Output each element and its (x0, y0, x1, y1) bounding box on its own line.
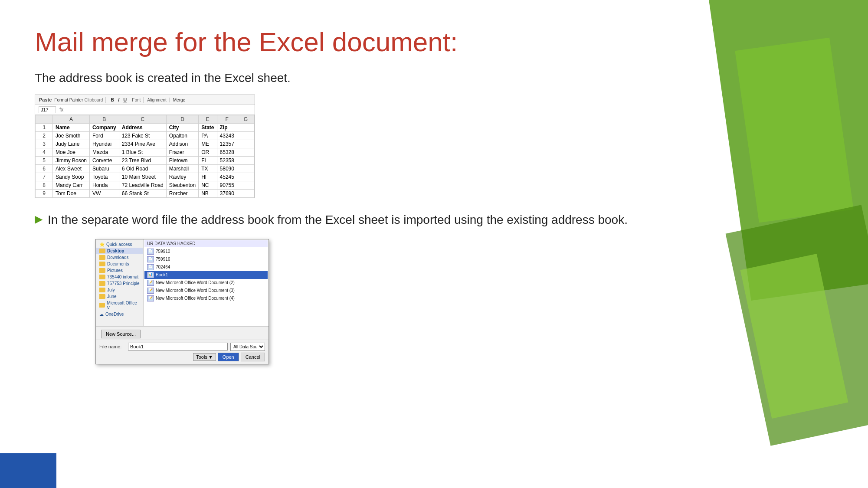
onedrive-icon: ☁ (99, 312, 104, 317)
col-d-header: D (166, 115, 198, 124)
bold-btn[interactable]: B (109, 97, 115, 103)
row-header-8: 8 (36, 181, 53, 190)
merge-btn[interactable]: Merge (173, 98, 185, 102)
cell-c1: Address (119, 124, 166, 132)
file-word2-icon: 📝 (147, 280, 154, 286)
file-item-word3[interactable]: 📝 New Microsoft Office Word Document (3) (144, 287, 268, 295)
sidebar-msoffice[interactable]: Microsoft Office V (96, 300, 143, 311)
sidebar-label-735440: 735440 informat (107, 275, 138, 279)
file-word4-icon: 📝 (147, 295, 154, 301)
cell-address-9: 66 Stank St (119, 190, 166, 198)
table-row: 5 Jimmy Boson Corvette 23 Tree Blvd Piet… (36, 157, 255, 165)
cancel-button[interactable]: Cancel (241, 353, 265, 361)
italic-btn[interactable]: I (117, 97, 121, 103)
file-759910-name: 759910 (156, 249, 170, 254)
font-label: Font (132, 98, 141, 102)
tools-label: Tools (196, 354, 207, 360)
sidebar-desktop[interactable]: Desktop (96, 248, 143, 254)
paste-btn[interactable]: Paste (38, 97, 53, 103)
file-word4-name: New Microsoft Office Word Document (4) (156, 296, 235, 301)
corner-header (36, 115, 53, 124)
cell-name-4: Moe Joe (53, 148, 90, 157)
col-g-header: G (237, 115, 254, 124)
file-item-759916[interactable]: 📄 759916 (144, 255, 268, 263)
sidebar-downloads[interactable]: Downloads (96, 254, 143, 261)
dialog-body: ⭐ Quick access Desktop Downloads Documen… (96, 239, 269, 326)
cell-extra-7 (237, 173, 254, 181)
cell-state-7: HI (199, 173, 217, 181)
cell-e1: State (199, 124, 217, 132)
quick-access-icon: ⭐ (99, 242, 105, 247)
col-e-header: E (199, 115, 217, 124)
table-row: 2 Joe Smoth Ford 123 Fake St Opalton PA … (36, 132, 255, 140)
filename-input[interactable] (128, 343, 228, 350)
green-shape-4 (740, 254, 848, 419)
underline-btn[interactable]: U (122, 97, 128, 103)
sidebar-july[interactable]: July (96, 287, 143, 293)
cell-name-6: Alex Sweet (53, 165, 90, 173)
table-row: 4 Moe Joe Mazda 1 Blue St Frazer OR 6532… (36, 148, 255, 157)
sidebar-pictures[interactable]: Pictures (96, 267, 143, 274)
tools-button[interactable]: Tools ▼ (193, 353, 216, 361)
file-book1-name: Book1 (156, 272, 168, 277)
format-painter-btn[interactable]: Format Painter (54, 98, 83, 102)
sidebar-735440[interactable]: 735440 informat (96, 274, 143, 280)
excel-toolbar: Paste Format Painter Clipboard B I U Fon… (35, 95, 255, 105)
sidebar-documents[interactable]: Documents (96, 261, 143, 267)
filename-label: File name: (99, 344, 125, 349)
file-word2-name: New Microsoft Office Word Document (2) (156, 280, 235, 285)
sidebar-june[interactable]: June (96, 293, 143, 300)
cell-city-4: Frazer (166, 148, 198, 157)
file-item-702464[interactable]: 📄 702464 (144, 263, 268, 271)
row-header-3: 3 (36, 140, 53, 148)
cell-name-7: Sandy Soop (53, 173, 90, 181)
cell-f1: Zip (217, 124, 237, 132)
sidebar-757753[interactable]: 757753 Principle (96, 280, 143, 287)
cell-name-3: Judy Lane (53, 140, 90, 148)
cell-city-2: Opalton (166, 132, 198, 140)
sidebar-quick-access[interactable]: ⭐ Quick access (96, 241, 143, 248)
table-row: 6 Alex Sweet Subaru 6 Old Road Marshall … (36, 165, 255, 173)
cell-company-6: Subaru (90, 165, 119, 173)
green-shape-3 (726, 205, 868, 446)
sidebar-label-downloads: Downloads (107, 255, 128, 260)
cell-state-5: FL (199, 157, 217, 165)
file-item-book1[interactable]: 📊 Book1 (144, 271, 268, 279)
july-folder-icon (99, 288, 105, 292)
green-shape-1 (709, 0, 868, 301)
filename-row: File name: All Data Sources (99, 343, 265, 351)
cell-company-2: Ford (90, 132, 119, 140)
file-759916-icon: 📄 (147, 256, 154, 262)
file-word3-name: New Microsoft Office Word Document (3) (156, 288, 235, 293)
alignment-group: Alignment (147, 98, 169, 102)
bullet-section: ▶ In the separate word file the address … (35, 211, 651, 228)
filetype-select[interactable]: All Data Sources (230, 343, 265, 351)
file-item-word2[interactable]: 📝 New Microsoft Office Word Document (2) (144, 279, 268, 287)
background-decoration (686, 0, 868, 488)
row-1-header: 1 (36, 124, 53, 132)
file-item-759910[interactable]: 📄 759910 (144, 248, 268, 255)
sidebar-onedrive[interactable]: ☁ OneDrive (96, 311, 143, 318)
downloads-folder-icon (99, 255, 105, 260)
formula-bar: J17 fx (35, 105, 255, 115)
table-row: 8 Mandy Carr Honda 72 Leadville Road Ste… (36, 181, 255, 190)
cell-company-7: Toyota (90, 173, 119, 181)
table-row: 7 Sandy Soop Toyota 10 Main Street Rawle… (36, 173, 255, 181)
file-702464-icon: 📄 (147, 264, 154, 270)
cell-zip-5: 52358 (217, 157, 237, 165)
cell-reference[interactable]: J17 (39, 106, 56, 113)
dialog-buttons: Tools ▼ Open Cancel (99, 353, 265, 361)
row-header-5: 5 (36, 157, 53, 165)
file-dialog: ⭐ Quick access Desktop Downloads Documen… (95, 239, 269, 364)
file-word3-icon: 📝 (147, 288, 154, 294)
cell-city-9: Rorcher (166, 190, 198, 198)
new-source-button[interactable]: New Source... (101, 330, 141, 338)
file-book1-icon: 📊 (147, 272, 154, 278)
file-759910-icon: 📄 (147, 249, 154, 255)
open-button[interactable]: Open (218, 353, 239, 361)
excel-mockup: Paste Format Painter Clipboard B I U Fon… (35, 95, 255, 198)
file-item-word4[interactable]: 📝 New Microsoft Office Word Document (4) (144, 295, 268, 302)
cell-state-6: TX (199, 165, 217, 173)
sidebar-label-june: June (107, 294, 117, 299)
bullet-text: In the separate word file the address bo… (48, 211, 628, 228)
